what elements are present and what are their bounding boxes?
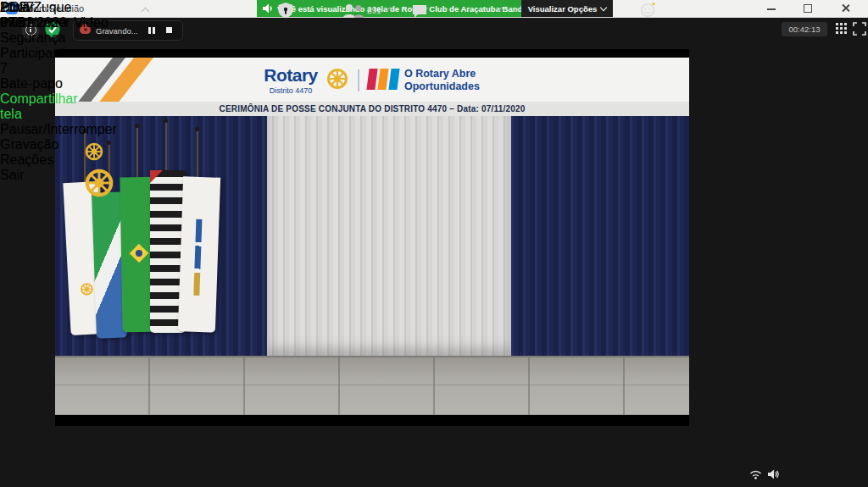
share-button-label[interactable]: Compartilhar tela [0,91,93,122]
door-icon-orange [377,69,388,90]
flag-pole [165,123,167,175]
view-options-button[interactable]: Visualizar Opções [521,0,613,17]
share-banner-message: Você está visualizando a tela de Rotary … [277,4,521,14]
chat-button-label[interactable]: Bate-papo [0,76,68,91]
zoom-meeting-window: Zoom Reunião Você está visualizando a te… [0,0,868,487]
rotary-wheel-icon [326,67,349,91]
maximize-icon[interactable] [804,4,812,13]
notification-badge: 1 [0,0,8,15]
door-icon-blue [388,69,399,90]
pause-recording-icon[interactable] [147,25,158,36]
slide-header: Rotary Distrito 4470 O Rotary Abre Oport… [55,58,689,102]
stage-floor [55,356,689,415]
tagline-line1: O Rotary Abre [404,68,476,80]
security-button-label[interactable]: Segurança [0,30,59,46]
gray-curtain [267,116,511,360]
flag-pole [197,131,198,182]
flag-pole [136,128,138,182]
security-shield-icon[interactable] [277,2,294,19]
leave-meeting-button[interactable]: Sair [0,168,24,183]
tray-volume-icon[interactable] [767,468,780,480]
ceremony-title: CERIMÔNIA DE POSSE CONJUNTA DO DISTRITO … [55,102,689,116]
participants-count: 291 [367,6,381,15]
recording-controls-label[interactable]: Pausar/Interromper Gravação [0,122,127,152]
rotary-district: Distrito 4470 [257,86,325,95]
reactions-button-label[interactable]: Reações [0,152,59,168]
minimize-icon[interactable] [767,8,776,10]
stop-recording-icon[interactable] [164,25,175,36]
logo-divider [358,69,359,91]
participants-button-label[interactable]: Participantes [0,46,76,61]
reactions-icon[interactable] [640,2,656,18]
podium-rotary-wheel [83,167,115,199]
fullscreen-icon[interactable] [853,22,866,36]
participants-icon[interactable] [342,3,365,19]
close-icon[interactable] [841,3,850,13]
rotary-logo-word: Rotary [257,65,325,86]
chevron-down-icon [600,3,607,10]
chat-unread-badge: 7 [0,61,8,75]
stage-photo [55,116,689,415]
chat-icon[interactable] [411,3,428,19]
taskbar-clock[interactable]: 20:27 07/11/2020 [0,0,67,30]
rotary-club-flag [178,176,220,332]
tray-network-icon[interactable] [749,469,762,479]
speaker-icon [262,3,274,14]
tagline-line2: Oportunidades [404,80,480,92]
gallery-view-icon[interactable] [836,23,838,25]
door-icon-red [366,69,377,90]
shared-screen-content: Rotary Distrito 4470 O Rotary Abre Oport… [55,49,689,426]
meeting-timer: 00:42:13 [782,22,827,36]
